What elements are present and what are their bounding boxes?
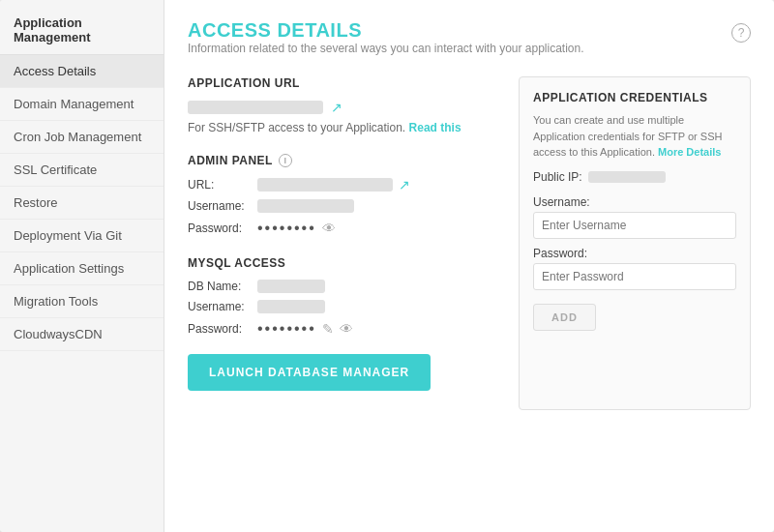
admin-url-external-icon[interactable]: ↗ xyxy=(399,177,410,192)
credential-password-row: Password: xyxy=(533,247,736,290)
page-subtitle: Information related to the several ways … xyxy=(188,42,584,55)
public-ip-value xyxy=(588,171,666,183)
left-column: APPLICATION URL ↗ For SSH/SFTP access to… xyxy=(188,76,495,410)
credentials-title: APPLICATION CREDENTIALS xyxy=(533,91,736,104)
admin-password-label: Password: xyxy=(188,222,257,235)
page-header: ACCESS DETAILS Information related to th… xyxy=(188,19,751,73)
admin-panel-info-icon[interactable]: i xyxy=(279,154,292,167)
admin-username-blurred xyxy=(257,199,354,213)
sidebar-item-cloudwayscdn[interactable]: CloudwaysCDN xyxy=(0,318,164,351)
launch-database-manager-button[interactable]: LAUNCH DATABASE MANAGER xyxy=(188,354,431,391)
mysql-username-value xyxy=(257,300,495,313)
more-details-link[interactable]: More Details xyxy=(658,146,721,158)
admin-url-label: URL: xyxy=(188,178,257,192)
read-this-link[interactable]: Read this xyxy=(409,121,461,134)
mysql-username-label: Username: xyxy=(188,300,257,313)
admin-password-dots: •••••••• xyxy=(257,220,316,237)
admin-panel-section: ADMIN PANEL i URL: ↗ Username: xyxy=(188,154,495,237)
admin-url-blurred xyxy=(257,178,393,192)
mysql-password-row: Password: •••••••• ✎ 👁 xyxy=(188,320,495,338)
sidebar-item-migration-tools[interactable]: Migration Tools xyxy=(0,285,164,318)
admin-password-eye-icon[interactable]: 👁 xyxy=(322,221,336,236)
sidebar-item-access-details[interactable]: Access Details xyxy=(0,55,164,88)
sidebar-item-deployment-via-git[interactable]: Deployment Via Git xyxy=(0,220,164,252)
mysql-section: MYSQL ACCESS DB Name: Username: xyxy=(188,256,495,391)
sidebar-item-cron-job[interactable]: Cron Job Management xyxy=(0,121,164,154)
mysql-username-blurred xyxy=(257,300,325,313)
credential-username-row: Username: xyxy=(533,195,736,239)
admin-password-value: •••••••• 👁 xyxy=(257,220,495,237)
public-ip-label: Public IP: xyxy=(533,170,582,184)
admin-username-label: Username: xyxy=(188,199,257,213)
sidebar-item-domain-management[interactable]: Domain Management xyxy=(0,88,164,121)
credential-username-input[interactable] xyxy=(533,212,736,239)
sidebar-item-ssl-certificate[interactable]: SSL Certificate xyxy=(0,154,164,187)
admin-panel-title-row: ADMIN PANEL i xyxy=(188,154,495,167)
main-content: ACCESS DETAILS Information related to th… xyxy=(164,0,774,532)
mysql-title: MYSQL ACCESS xyxy=(188,256,495,270)
sidebar-title: Application Management xyxy=(0,0,164,55)
app-url-value xyxy=(188,101,323,114)
sidebar-item-application-settings[interactable]: Application Settings xyxy=(0,252,164,285)
admin-panel-title: ADMIN PANEL xyxy=(188,154,273,167)
add-credential-button[interactable]: ADD xyxy=(533,304,596,331)
credential-username-label: Username: xyxy=(533,195,736,209)
admin-username-row: Username: xyxy=(188,199,495,213)
credential-password-label: Password: xyxy=(533,247,736,260)
two-col-layout: APPLICATION URL ↗ For SSH/SFTP access to… xyxy=(188,76,751,410)
external-link-icon[interactable]: ↗ xyxy=(331,100,342,115)
sidebar: Application Management Access Details Do… xyxy=(0,0,164,532)
admin-url-value: ↗ xyxy=(257,177,495,192)
mysql-dbname-value xyxy=(257,280,495,293)
ssh-note: For SSH/SFTP access to your Application.… xyxy=(188,121,495,134)
app-url-title: APPLICATION URL xyxy=(188,76,495,90)
admin-username-value xyxy=(257,199,495,213)
page-title: ACCESS DETAILS xyxy=(188,19,584,42)
mysql-password-eye-icon[interactable]: 👁 xyxy=(340,321,353,337)
mysql-password-dots: •••••••• xyxy=(257,320,316,338)
help-icon[interactable]: ? xyxy=(731,23,751,43)
admin-password-row: Password: •••••••• 👁 xyxy=(188,220,495,237)
mysql-password-label: Password: xyxy=(188,322,257,336)
mysql-password-value: •••••••• ✎ 👁 xyxy=(257,320,495,338)
mysql-dbname-blurred xyxy=(257,280,325,293)
app-url-section: APPLICATION URL ↗ For SSH/SFTP access to… xyxy=(188,76,495,134)
credential-password-input[interactable] xyxy=(533,263,736,290)
right-column: APPLICATION CREDENTIALS You can create a… xyxy=(519,76,751,410)
mysql-username-row: Username: xyxy=(188,300,495,313)
mysql-dbname-row: DB Name: xyxy=(188,280,495,293)
sidebar-item-restore[interactable]: Restore xyxy=(0,187,164,220)
mysql-dbname-label: DB Name: xyxy=(188,280,257,293)
app-url-row: ↗ xyxy=(188,100,495,115)
credentials-desc: You can create and use multiple Applicat… xyxy=(533,112,736,161)
admin-url-row: URL: ↗ xyxy=(188,177,495,192)
mysql-password-edit-icon[interactable]: ✎ xyxy=(322,321,334,337)
public-ip-row: Public IP: xyxy=(533,170,736,184)
